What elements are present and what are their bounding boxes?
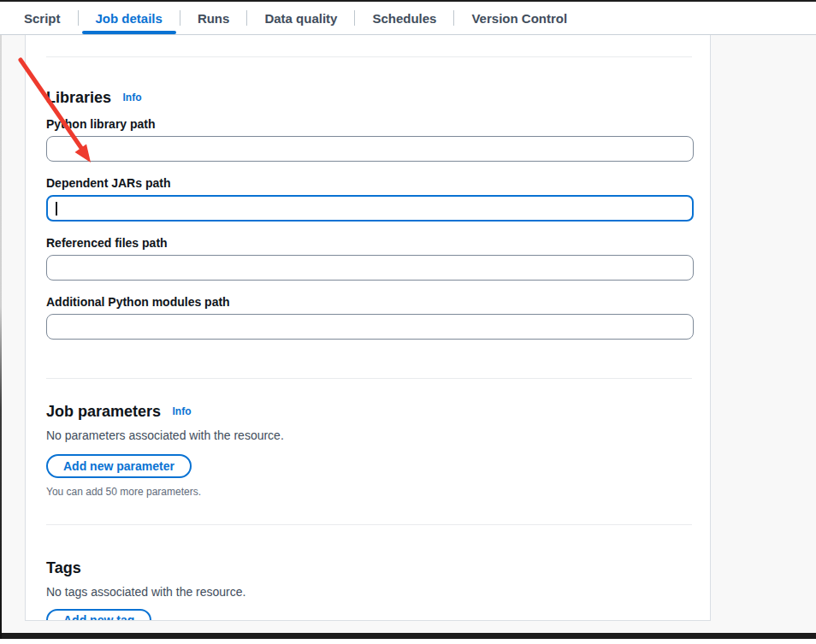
add-new-tag-button[interactable]: Add new tag bbox=[46, 609, 151, 621]
tags-title: Tags bbox=[46, 559, 81, 576]
additional-python-modules-path-control bbox=[46, 314, 694, 340]
job-parameters-section-header: Job parameters Info bbox=[46, 402, 692, 422]
referenced-files-path-control bbox=[46, 255, 694, 281]
section-divider bbox=[46, 524, 692, 525]
job-parameters-title: Job parameters bbox=[46, 403, 161, 420]
tab-runs[interactable]: Runs bbox=[180, 2, 247, 34]
tab-job-details[interactable]: Job details bbox=[79, 2, 180, 34]
section-divider bbox=[46, 378, 692, 379]
python-library-path-input[interactable] bbox=[46, 136, 694, 162]
libraries-section-header: Libraries Info bbox=[46, 88, 692, 108]
dependent-jars-path-input[interactable] bbox=[46, 195, 694, 222]
text-cursor bbox=[56, 202, 57, 216]
job-parameters-info-link[interactable]: Info bbox=[173, 402, 192, 421]
window-left-edge bbox=[0, 35, 2, 639]
python-library-path-label: Python library path bbox=[46, 116, 692, 132]
additional-python-modules-path-label: Additional Python modules path bbox=[46, 294, 692, 310]
tab-script[interactable]: Script bbox=[7, 2, 78, 34]
tab-bar: Script Job details Runs Data quality Sch… bbox=[0, 2, 816, 35]
add-new-parameter-button[interactable]: Add new parameter bbox=[46, 454, 192, 478]
tab-version-control[interactable]: Version Control bbox=[454, 2, 584, 34]
libraries-info-link[interactable]: Info bbox=[123, 88, 142, 107]
libraries-title: Libraries bbox=[46, 89, 111, 106]
job-parameters-empty-text: No parameters associated with the resour… bbox=[46, 427, 692, 444]
python-library-path-control bbox=[46, 136, 694, 162]
additional-python-modules-path-input[interactable] bbox=[46, 314, 694, 340]
dependent-jars-path-control bbox=[46, 195, 694, 222]
tab-schedules[interactable]: Schedules bbox=[355, 2, 453, 34]
page-body: Libraries Info Python library path Depen… bbox=[0, 35, 816, 633]
tab-data-quality[interactable]: Data quality bbox=[247, 2, 354, 34]
tags-section-header: Tags bbox=[46, 558, 692, 578]
referenced-files-path-input[interactable] bbox=[46, 255, 694, 281]
referenced-files-path-label: Referenced files path bbox=[46, 235, 692, 251]
job-details-panel: Libraries Info Python library path Depen… bbox=[25, 35, 711, 621]
section-divider bbox=[46, 56, 692, 57]
tags-empty-text: No tags associated with the resource. bbox=[46, 583, 692, 600]
window-bottom-edge bbox=[0, 633, 816, 639]
parameters-limit-note: You can add 50 more parameters. bbox=[46, 485, 692, 499]
dependent-jars-path-label: Dependent JARs path bbox=[46, 175, 692, 191]
